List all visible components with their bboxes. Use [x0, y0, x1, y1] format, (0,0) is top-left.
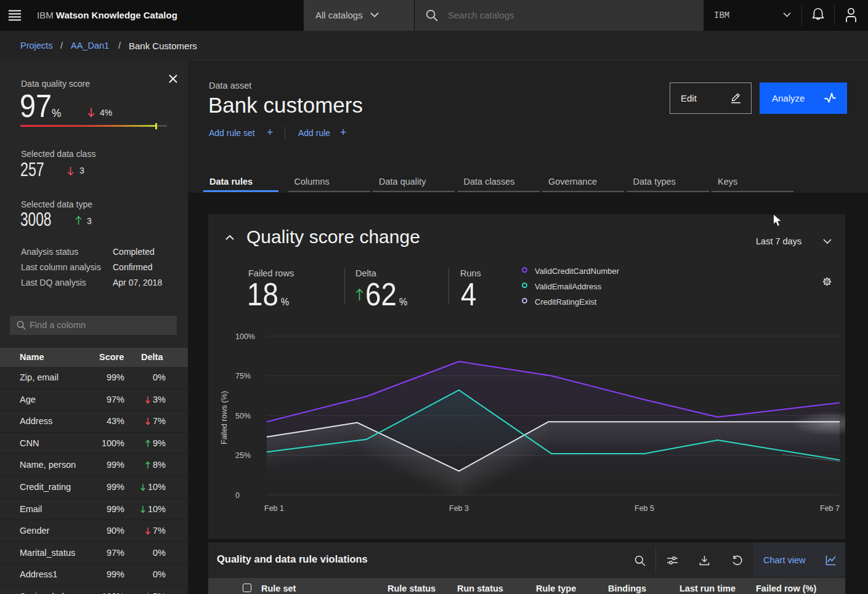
svg-text:Feb 1: Feb 1: [264, 504, 284, 513]
svg-text:100%: 100%: [235, 332, 255, 341]
svg-text:50%: 50%: [235, 412, 251, 420]
svg-text:Feb 5: Feb 5: [635, 504, 654, 513]
svg-text:0: 0: [235, 491, 240, 500]
svg-text:Feb 7: Feb 7: [820, 504, 840, 513]
svg-text:Feb 3: Feb 3: [449, 504, 469, 513]
svg-text:25%: 25%: [235, 451, 251, 460]
svg-text:75%: 75%: [235, 372, 251, 380]
